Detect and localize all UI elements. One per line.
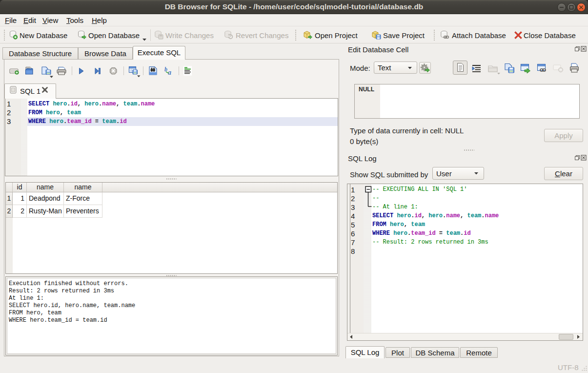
svg-text:a: a [168,69,171,76]
svg-text:b: b [164,66,167,73]
